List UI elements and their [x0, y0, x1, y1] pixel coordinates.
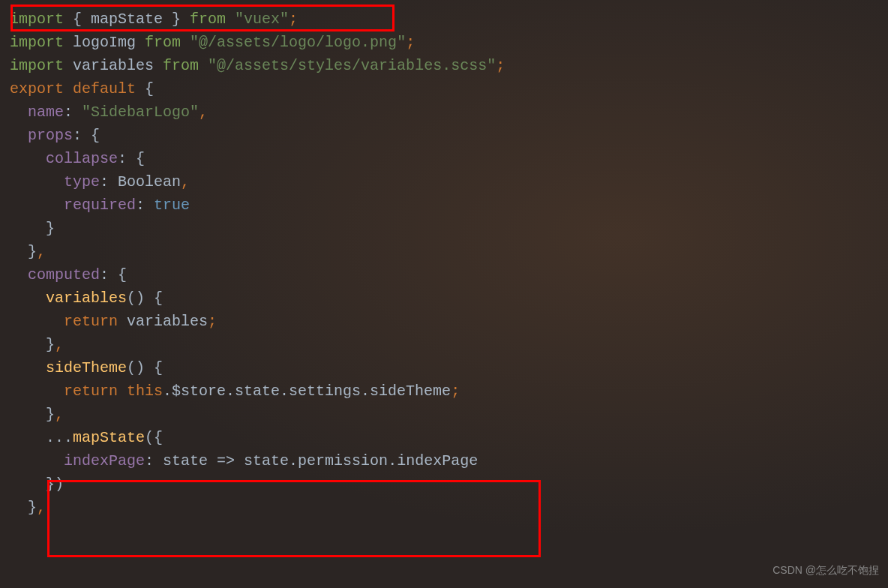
code-line: },: [0, 496, 888, 519]
code-line: export default {: [0, 77, 888, 100]
code-line: collapse: {: [0, 147, 888, 170]
code-line: },: [0, 333, 888, 356]
code-line: },: [0, 240, 888, 263]
code-line: name: "SidebarLogo",: [0, 100, 888, 124]
code-line: indexPage: state => state.permission.ind…: [0, 449, 888, 472]
code-line: return this.$store.state.settings.sideTh…: [0, 380, 888, 403]
code-line: import variables from "@/assets/styles/v…: [0, 54, 888, 77]
code-line: type: Boolean,: [0, 170, 888, 194]
code-line: sideTheme() {: [0, 356, 888, 380]
code-line: },: [0, 403, 888, 426]
code-line: variables() {: [0, 286, 888, 310]
code-line: return variables;: [0, 310, 888, 333]
code-editor[interactable]: import { mapState } from "vuex"; import …: [0, 0, 888, 519]
code-line: required: true: [0, 194, 888, 217]
code-line: props: {: [0, 124, 888, 147]
code-line: computed: {: [0, 263, 888, 286]
watermark-text: CSDN @怎么吃不饱捏: [772, 559, 879, 582]
code-line: import logoImg from "@/assets/logo/logo.…: [0, 31, 888, 54]
code-line: }: [0, 217, 888, 240]
code-line: ...mapState({: [0, 426, 888, 449]
code-line: }): [0, 472, 888, 496]
code-line: import { mapState } from "vuex";: [0, 8, 888, 31]
